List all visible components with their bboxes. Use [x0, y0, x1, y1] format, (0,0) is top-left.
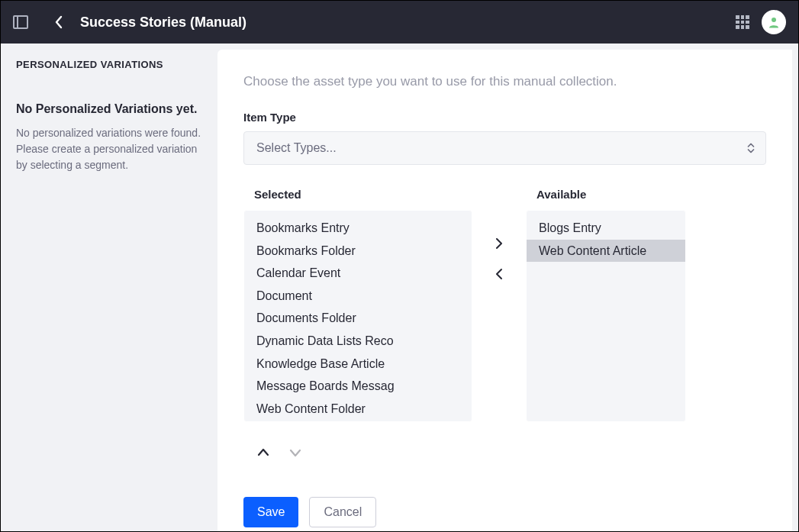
selected-label: Selected — [254, 188, 472, 201]
person-icon — [767, 15, 781, 29]
apps-menu-icon[interactable] — [736, 15, 749, 29]
selected-column: Selected Bookmarks EntryBookmarks Folder… — [243, 188, 472, 462]
list-item[interactable]: Documents Folder — [244, 307, 472, 330]
select-caret-icon — [747, 143, 755, 153]
list-item[interactable]: Dynamic Data Lists Reco — [244, 330, 472, 353]
move-right-button[interactable] — [486, 231, 512, 256]
main-panel: Choose the asset type you want to use fo… — [217, 50, 792, 531]
sidebar-empty-description: No personalized variations were found. P… — [16, 125, 202, 173]
back-button[interactable] — [50, 13, 68, 31]
cancel-button[interactable]: Cancel — [309, 497, 376, 527]
page-title: Success Stories (Manual) — [80, 15, 246, 31]
move-down-button[interactable] — [286, 443, 304, 462]
body: PERSONALIZED VARIATIONS No Personalized … — [1, 44, 798, 531]
svg-point-0 — [772, 18, 776, 22]
chevron-left-icon — [495, 268, 503, 280]
footer-buttons: Save Cancel — [243, 497, 766, 527]
selected-listbox[interactable]: Bookmarks EntryBookmarks FolderCalendar … — [243, 210, 472, 422]
chevron-down-icon — [289, 448, 301, 457]
transfer-lists: Selected Bookmarks EntryBookmarks Folder… — [243, 188, 766, 462]
list-item[interactable]: Calendar Event — [244, 262, 472, 285]
list-item[interactable]: Message Boards Messag — [244, 375, 472, 398]
chevron-left-icon — [54, 15, 63, 29]
available-label: Available — [536, 188, 686, 201]
list-item[interactable]: Web Content Article — [527, 240, 685, 263]
user-avatar[interactable] — [762, 10, 786, 34]
select-placeholder: Select Types... — [256, 141, 337, 155]
list-item[interactable]: Document — [244, 285, 472, 308]
list-item[interactable]: Knowledge Base Article — [244, 353, 472, 376]
list-item[interactable]: Wiki Page — [244, 420, 472, 422]
list-item[interactable]: Bookmarks Entry — [244, 217, 472, 240]
sidebar-heading: PERSONALIZED VARIATIONS — [16, 59, 202, 70]
reorder-controls — [254, 443, 472, 462]
save-button[interactable]: Save — [243, 497, 298, 527]
available-column: Available Blogs EntryWeb Content Article — [526, 188, 686, 422]
list-item[interactable]: Blogs Entry — [527, 217, 685, 240]
header-left: Success Stories (Manual) — [13, 13, 246, 31]
sidebar-empty-title: No Personalized Variations yet. — [16, 101, 202, 118]
move-left-button[interactable] — [486, 261, 512, 287]
list-item[interactable]: Web Content Folder — [244, 398, 472, 421]
move-up-button[interactable] — [254, 443, 272, 462]
list-item[interactable]: Bookmarks Folder — [244, 240, 472, 263]
sidebar: PERSONALIZED VARIATIONS No Personalized … — [1, 44, 217, 531]
transfer-controls — [486, 231, 512, 287]
app-header: Success Stories (Manual) — [1, 1, 798, 44]
intro-text: Choose the asset type you want to use fo… — [243, 74, 766, 89]
available-listbox[interactable]: Blogs EntryWeb Content Article — [526, 210, 686, 422]
chevron-up-icon — [257, 448, 269, 457]
chevron-right-icon — [495, 237, 503, 250]
item-type-select[interactable]: Select Types... — [243, 131, 766, 165]
item-type-label: Item Type — [243, 111, 766, 124]
header-right — [736, 10, 786, 34]
panel-toggle-icon[interactable] — [13, 15, 28, 29]
